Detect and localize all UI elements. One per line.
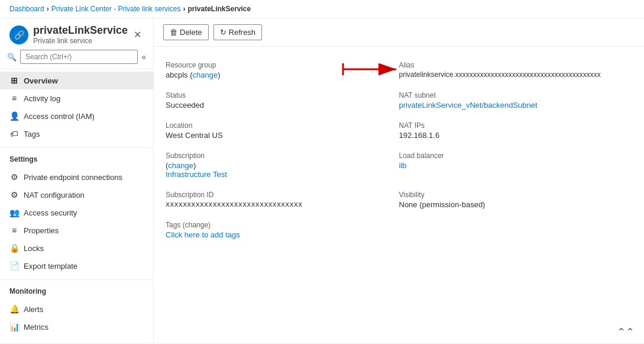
close-button[interactable]: ✕ (131, 27, 144, 43)
sidebar-item-nat-config[interactable]: ⚙ NAT configuration (0, 186, 153, 204)
nat-ips-value: 192.168.1.6 (399, 131, 633, 140)
main-content: 🗑 Delete ↻ Refresh (154, 18, 644, 343)
nav-divider-settings (0, 147, 153, 148)
metrics-icon: 📊 (9, 322, 19, 332)
search-input[interactable] (20, 50, 138, 64)
breadcrumb: Dashboard › Private Link Center - Privat… (0, 0, 644, 18)
status-item: Status Succeeded (166, 86, 399, 117)
monitoring-section-title: Monitoring (0, 282, 153, 298)
private-endpoint-icon: ⚙ (9, 172, 19, 182)
sidebar-item-tags[interactable]: 🏷 Tags (0, 125, 153, 143)
subscription-value: (change) Infrastructure Test (166, 161, 399, 179)
resource-group-change-link[interactable]: change (193, 70, 218, 79)
settings-section-title: Settings (0, 150, 153, 166)
nat-subnet-label: NAT subnet (399, 91, 633, 99)
collapse-content-button[interactable]: ⌃⌃ (617, 326, 635, 339)
monitoring-nav: 🔔 Alerts 📊 Metrics (0, 298, 153, 338)
sidebar-item-alerts-label: Alerts (24, 305, 43, 314)
delete-label: Delete (180, 28, 202, 37)
nat-ips-item: NAT IPs 192.168.1.6 (399, 117, 633, 147)
subscription-name-link[interactable]: Infrastructure Test (166, 170, 227, 179)
service-logo: 🔗 (9, 25, 28, 44)
subscription-id-label: Subscription ID (166, 191, 399, 199)
access-security-icon: 👥 (9, 208, 19, 217)
sidebar-header: 🔗 privateLinkService Private link servic… (0, 18, 153, 45)
nav-divider-monitoring (0, 279, 153, 280)
overview-grid: Resource group abcpls (change) Alias pri… (166, 56, 632, 246)
nat-subnet-item: NAT subnet privateLinkService_vNet/backe… (399, 86, 633, 117)
sidebar-item-properties[interactable]: ≡ Properties (0, 221, 153, 239)
load-balancer-value: ilb (399, 161, 633, 170)
sidebar-item-activity-log-label: Activity log (24, 94, 60, 103)
resource-group-item: Resource group abcpls (change) (166, 56, 399, 86)
sidebar-item-metrics-label: Metrics (24, 323, 48, 332)
alias-label: Alias (399, 61, 633, 69)
subscription-label: Subscription (166, 152, 399, 160)
refresh-icon: ↻ (220, 28, 226, 37)
visibility-value: None (permission-based) (399, 200, 633, 209)
search-icon: 🔍 (7, 53, 17, 62)
access-control-icon: 👤 (9, 111, 19, 121)
sidebar-item-access-control[interactable]: 👤 Access control (IAM) (0, 107, 153, 125)
sidebar-item-properties-label: Properties (24, 226, 59, 235)
load-balancer-label: Load balancer (399, 152, 633, 160)
sidebar-item-tags-label: Tags (24, 130, 40, 139)
sidebar-item-access-security[interactable]: 👥 Access security (0, 204, 153, 221)
tags-label: Tags (change) (166, 221, 399, 229)
sidebar-item-alerts[interactable]: 🔔 Alerts (0, 300, 153, 318)
sidebar: 🔗 privateLinkService Private link servic… (0, 18, 154, 343)
sidebar-item-export-template[interactable]: 📄 Export template (0, 257, 153, 275)
status-label: Status (166, 91, 399, 99)
location-value: West Central US (166, 131, 399, 140)
sidebar-item-private-endpoint[interactable]: ⚙ Private endpoint connections (0, 168, 153, 186)
refresh-label: Refresh (229, 28, 256, 37)
subscription-id-value: xxxxxxxxxxxxxxxxxxxxxxxxxxxxxxxx (166, 200, 399, 208)
status-value: Succeeded (166, 101, 399, 110)
visibility-item: Visibility None (permission-based) (399, 186, 633, 216)
subscription-id-item: Subscription ID xxxxxxxxxxxxxxxxxxxxxxxx… (166, 186, 399, 216)
collapse-sidebar-button[interactable]: « (141, 52, 146, 62)
delete-icon: 🗑 (170, 28, 177, 37)
sidebar-item-export-template-label: Export template (24, 262, 77, 271)
sidebar-item-metrics[interactable]: 📊 Metrics (0, 318, 153, 336)
sidebar-item-locks-label: Locks (24, 244, 44, 253)
main-nav: ⊞ Overview ≡ Activity log 👤 Access contr… (0, 69, 153, 145)
sidebar-item-locks[interactable]: 🔒 Locks (0, 239, 153, 257)
content-area: Resource group abcpls (change) Alias pri… (154, 47, 644, 343)
tags-add-link[interactable]: Click here to add tags (166, 230, 240, 239)
location-label: Location (166, 121, 399, 130)
sidebar-item-private-endpoint-label: Private endpoint connections (24, 173, 122, 182)
delete-button[interactable]: 🗑 Delete (163, 24, 209, 40)
breadcrumb-dashboard[interactable]: Dashboard (9, 5, 44, 13)
locks-icon: 🔒 (9, 243, 19, 253)
visibility-label: Visibility (399, 191, 633, 199)
nat-subnet-link[interactable]: privateLinkService_vNet/backendSubnet (399, 101, 538, 110)
tags-right-placeholder (399, 216, 633, 246)
sidebar-subtitle: Private link service (33, 37, 131, 45)
resource-group-label: Resource group (166, 61, 399, 69)
alerts-icon: 🔔 (9, 304, 19, 314)
subscription-change-link[interactable]: change (168, 161, 193, 170)
tags-change-link[interactable]: change (185, 221, 208, 229)
sidebar-item-nat-config-label: NAT configuration (24, 191, 85, 200)
sidebar-item-access-security-label: Access security (24, 208, 77, 217)
sidebar-item-overview[interactable]: ⊞ Overview (0, 72, 153, 89)
resource-group-value: abcpls (change) (166, 70, 399, 79)
sidebar-search-container: 🔍 « (0, 45, 153, 69)
sidebar-item-activity-log[interactable]: ≡ Activity log (0, 89, 153, 107)
nat-ips-label: NAT IPs (399, 121, 633, 130)
nat-config-icon: ⚙ (9, 190, 19, 200)
breadcrumb-current: privateLinkService (187, 5, 251, 13)
breadcrumb-private-link[interactable]: Private Link Center - Private link servi… (51, 5, 181, 13)
settings-nav: ⚙ Private endpoint connections ⚙ NAT con… (0, 166, 153, 277)
tags-icon: 🏷 (9, 129, 19, 139)
refresh-button[interactable]: ↻ Refresh (213, 24, 263, 40)
nat-subnet-value: privateLinkService_vNet/backendSubnet (399, 101, 633, 110)
alias-item: Alias privatelinkservice.xxxxxxxxxxxxxxx… (399, 56, 633, 86)
export-template-icon: 📄 (9, 261, 19, 271)
load-balancer-item: Load balancer ilb (399, 147, 633, 186)
sidebar-item-overview-label: Overview (24, 76, 58, 85)
load-balancer-link[interactable]: ilb (399, 161, 407, 170)
location-item: Location West Central US (166, 117, 399, 147)
overview-icon: ⊞ (9, 76, 19, 85)
